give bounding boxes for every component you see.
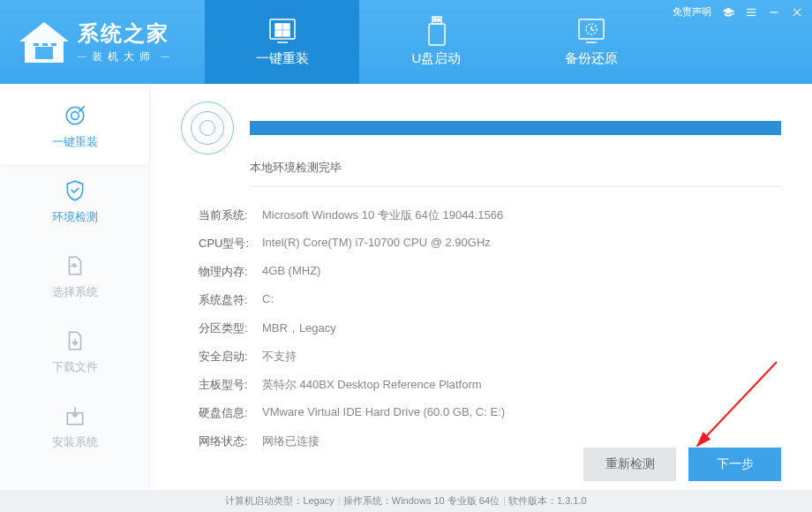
sidebar-item-label: 下载文件 [52,359,98,375]
sidebar-item-install[interactable]: 安装系统 [0,389,149,464]
sidebar-item-download[interactable]: 下载文件 [0,314,149,389]
close-icon[interactable] [791,6,803,19]
info-value: Intel(R) Core(TM) i7-10700 CPU @ 2.90GHz [262,236,491,252]
svg-rect-1 [747,11,756,12]
info-row-motherboard: 主板型号: 英特尔 440BX Desktop Reference Platfo… [199,371,781,399]
svg-rect-17 [429,24,445,45]
info-label: 当前系统: [199,207,262,223]
sidebar: 一键重装 环境检测 选择系统 下载文件 [0,84,150,490]
logo: 系统之家 装机大师 [0,19,169,64]
svg-rect-11 [275,24,282,29]
status-text: 本地环境检测完毕 [250,160,781,187]
footer: 计算机启动类型：Legacy 操作系统：Windows 10 专业版 64位 软… [0,490,812,512]
info-row-mem: 物理内存: 4GB (MHZ) [199,258,781,286]
info-label: 物理内存: [199,264,262,280]
svg-rect-7 [34,43,39,46]
info-label: 安全启动: [199,349,262,365]
info-value: 英特尔 440BX Desktop Reference Platform [262,377,482,393]
progress-row [181,102,781,154]
recheck-button[interactable]: 重新检测 [583,448,676,481]
info-list: 当前系统: Microsoft Windows 10 专业版 64位 19044… [199,201,781,456]
shield-check-icon [64,179,86,202]
svg-rect-14 [283,31,289,36]
info-value: 网络已连接 [262,433,320,449]
progress-bar [250,121,781,135]
next-button[interactable]: 下一步 [688,448,781,481]
info-label: 系统盘符: [199,292,262,308]
info-value: C: [262,292,274,308]
usb-icon [426,17,447,45]
install-box-icon [64,404,86,427]
file-icon [64,254,86,277]
house-logo-icon [18,20,71,64]
info-label: 主板型号: [199,377,262,393]
windows-icon [265,17,300,45]
info-row-os: 当前系统: Microsoft Windows 10 专业版 64位 19044… [199,201,781,230]
footer-os: 操作系统：Windows 10 专业版 64位 [338,494,500,508]
header: 免责声明 系统之家 装机大师 [0,0,812,84]
content: 本地环境检测完毕 当前系统: Microsoft Windows 10 专业版 … [150,84,812,490]
svg-rect-10 [270,19,295,39]
sidebar-item-reinstall[interactable]: 一键重装 [0,89,149,164]
info-value: VMware Virtual IDE Hard Drive (60.0 GB, … [262,405,505,421]
main-tabs: 一键重装 U盘启动 备份还原 [205,0,668,84]
footer-version: 软件版本：1.3.1.0 [503,494,587,508]
tab-label: 一键重装 [256,50,309,67]
footer-boot-type: 计算机启动类型：Legacy [225,494,334,508]
info-value: 4GB (MHZ) [262,264,320,280]
tab-usb[interactable]: U盘启动 [359,0,514,84]
info-value: Microsoft Windows 10 专业版 64位 19044.1566 [262,207,503,223]
info-row-partition: 分区类型: MBR，Legacy [199,314,781,343]
info-row-secureboot: 安全启动: 不支持 [199,343,781,371]
tab-reinstall[interactable]: 一键重装 [205,0,359,84]
svg-rect-0 [747,8,756,9]
graduate-icon[interactable] [722,6,734,19]
backup-icon [574,17,609,45]
sidebar-item-label: 环境检测 [52,209,98,225]
info-row-disk: 硬盘信息: VMware Virtual IDE Hard Drive (60.… [199,399,781,427]
info-row-cpu: CPU型号: Intel(R) Core(TM) i7-10700 CPU @ … [199,230,781,258]
logo-subtitle: 装机大师 [78,49,169,64]
sidebar-item-label: 选择系统 [52,284,98,300]
action-buttons: 重新检测 下一步 [583,448,781,481]
disclaimer-link[interactable]: 免责声明 [673,5,711,19]
minimize-icon[interactable] [768,6,780,19]
info-label: 硬盘信息: [199,405,262,421]
info-row-sysdisk: 系统盘符: C: [199,286,781,314]
svg-point-24 [71,111,79,119]
body: 一键重装 环境检测 选择系统 下载文件 [0,84,812,490]
svg-rect-2 [747,14,756,15]
tab-backup[interactable]: 备份还原 [514,0,668,84]
svg-rect-19 [438,19,440,21]
sidebar-item-selectos[interactable]: 选择系统 [0,239,149,314]
download-file-icon [64,329,86,352]
tab-label: 备份还原 [565,50,618,67]
tab-label: U盘启动 [412,50,462,67]
sidebar-item-label: 安装系统 [52,434,98,450]
sidebar-item-envcheck[interactable]: 环境检测 [0,164,149,239]
svg-rect-18 [434,19,436,21]
svg-rect-9 [51,43,56,46]
info-label: CPU型号: [199,236,262,252]
info-label: 网络状态: [199,433,262,449]
logo-title: 系统之家 [78,19,169,48]
sidebar-item-label: 一键重装 [52,134,98,150]
info-value: MBR，Legacy [262,320,336,336]
svg-rect-13 [275,31,282,36]
top-bar: 免责声明 [673,5,803,19]
radar-icon [181,102,234,154]
info-value: 不支持 [262,349,297,365]
target-icon [64,104,86,127]
info-label: 分区类型: [199,320,262,336]
svg-rect-6 [35,47,53,59]
menu-icon[interactable] [745,6,757,19]
svg-rect-12 [283,24,289,29]
svg-rect-8 [42,43,48,46]
